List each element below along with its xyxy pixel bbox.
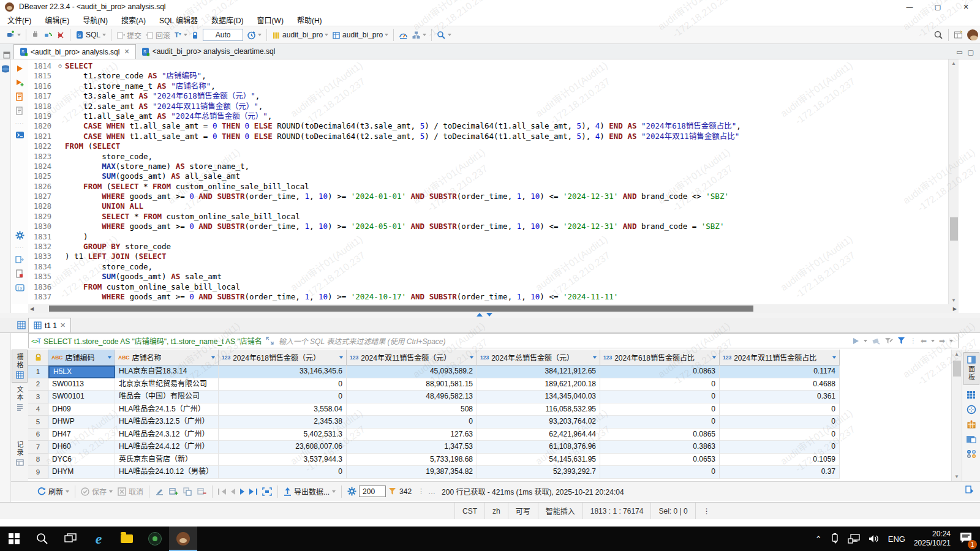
result-grid[interactable]: ABC店铺编码ABC店铺名称1232024年618销售金额（元）1232024年… — [28, 350, 951, 481]
new-connection-button[interactable] — [4, 27, 23, 43]
scroll-left-icon[interactable]: ◀ — [30, 306, 34, 312]
language-indicator[interactable]: ENG — [888, 534, 905, 544]
column-menu-icon[interactable] — [712, 356, 716, 359]
chevron-down-icon[interactable] — [864, 340, 867, 342]
grid-cell[interactable]: 0.1174 — [720, 365, 840, 378]
reconnect-button[interactable] — [42, 27, 55, 43]
grid-cell[interactable]: DHWP — [48, 416, 115, 429]
delete-row-button[interactable] — [195, 487, 209, 496]
copy-results-icon[interactable] — [965, 485, 974, 498]
menu-item[interactable]: 文件(F) — [7, 15, 31, 25]
chevron-down-icon[interactable] — [325, 34, 328, 36]
column-header[interactable]: ABC店铺编码 — [48, 350, 115, 365]
filter-funnel-icon[interactable] — [897, 337, 906, 345]
first-page-button[interactable] — [216, 489, 228, 495]
grid-cell[interactable]: 127.63 — [347, 429, 477, 441]
sql-editor-button[interactable]: S SQL — [74, 27, 108, 43]
panels-tab[interactable]: 面板 — [963, 352, 979, 385]
grid-cell[interactable]: 0.0863 — [600, 365, 720, 378]
grid-cell[interactable]: SW00101 — [48, 391, 115, 403]
grid-cell[interactable]: 54,145,631.95 — [477, 454, 600, 467]
cancel-button[interactable]: 取消 — [115, 486, 146, 497]
grid-cell[interactable]: 3,537,944.3 — [219, 454, 347, 467]
profile-button[interactable] — [965, 27, 980, 43]
explain-plan-button[interactable] — [410, 27, 428, 43]
task-view-button[interactable] — [56, 527, 85, 551]
quick-access-search-button[interactable] — [932, 27, 945, 43]
editor-vertical-scrollbar[interactable]: ▲ ▼ — [948, 59, 959, 304]
sql-editor[interactable]: 1814⊖SELECT1815 t1.store_code AS "店铺编码",… — [28, 59, 948, 304]
open-declaration-button[interactable] — [14, 254, 25, 265]
grid-cell[interactable]: 1,347.53 — [347, 441, 477, 454]
grid-cell[interactable]: 北京京东世纪贸易有限公司 — [115, 378, 219, 391]
grid-cell[interactable]: 0.361 — [720, 391, 840, 403]
row-header[interactable]: 8 — [28, 454, 48, 467]
perspective-button[interactable] — [952, 27, 965, 43]
results-tab-t1[interactable]: t1 1 ✕ — [28, 318, 71, 332]
fetch-all-button[interactable] — [260, 487, 274, 496]
volume-icon[interactable] — [869, 534, 880, 544]
chevron-down-icon[interactable] — [184, 34, 187, 36]
fold-marker-icon[interactable]: ⊖ — [55, 61, 65, 71]
editor-results-splitter[interactable] — [0, 313, 980, 318]
minimize-editor-icon[interactable]: ▭ — [956, 48, 962, 56]
grid-cell[interactable]: HLA唯品会23.12.5（广州） — [115, 416, 219, 429]
grid-cell[interactable]: 88,901,581.15 — [347, 378, 477, 391]
scroll-down-icon[interactable]: ▼ — [954, 474, 959, 479]
grid-cell[interactable]: 508 — [347, 403, 477, 416]
grid-cell[interactable]: 0 — [219, 391, 347, 403]
column-header[interactable]: 1232024年618销售金额（元） — [219, 350, 347, 365]
grid-cell[interactable]: 0 — [347, 416, 477, 429]
grid-cell[interactable]: 0 — [600, 378, 720, 391]
presentation-grid-tab[interactable]: 栅格 — [12, 350, 28, 383]
chevron-down-icon[interactable] — [17, 34, 21, 36]
last-page-button[interactable] — [247, 489, 260, 495]
grid-cell[interactable]: 2,345.38 — [219, 416, 347, 429]
grid-cell[interactable]: SW00113 — [48, 378, 115, 391]
grid-vertical-scrollbar[interactable]: ▲ ▼ — [951, 350, 962, 481]
row-header[interactable]: 6 — [28, 429, 48, 441]
column-header[interactable]: 1232024年618销售金额占比 — [600, 350, 720, 365]
search-tool-button[interactable] — [435, 27, 453, 43]
grid-cell[interactable]: DYC6 — [48, 454, 115, 467]
execute-new-tab-button[interactable] — [14, 77, 25, 88]
close-icon[interactable]: ✕ — [124, 48, 129, 56]
commit-button[interactable]: 提交 — [115, 27, 143, 43]
grid-cell[interactable]: 45,093,589.2 — [347, 365, 477, 378]
pinned-app-button[interactable] — [141, 527, 169, 551]
usb-device-icon[interactable] — [831, 533, 839, 544]
execute-script-nativetab-button[interactable] — [14, 105, 25, 116]
grid-cell[interactable]: 0.4688 — [720, 378, 840, 391]
grid-cell[interactable]: 93,203,764.02 — [477, 416, 600, 429]
scrollbar-thumb[interactable] — [950, 217, 958, 241]
row-header[interactable]: 7 — [28, 441, 48, 454]
splitter-up-icon[interactable] — [477, 313, 483, 317]
layout-panel-icon[interactable] — [966, 435, 976, 444]
fetch-size-input[interactable]: 200 — [359, 485, 386, 497]
column-menu-icon[interactable] — [832, 356, 836, 359]
menu-item[interactable]: 搜索(A) — [121, 15, 146, 25]
sql-terminal-button[interactable] — [14, 130, 25, 141]
presentation-text-tab[interactable]: 文本 — [15, 383, 24, 414]
grid-cell[interactable]: 116,058,532.95 — [477, 403, 600, 416]
minimize-button[interactable]: — — [895, 0, 924, 13]
close-icon[interactable]: ✕ — [60, 321, 66, 329]
file-explorer-button[interactable] — [113, 527, 141, 551]
grid-cell[interactable]: 384,121,912.65 — [477, 365, 600, 378]
database-navigator-icon[interactable] — [1, 64, 10, 74]
chevron-down-icon[interactable] — [66, 490, 69, 493]
grid-cell[interactable]: 唯品会（中国）有限公司 — [115, 391, 219, 403]
tab-analysis-sql[interactable]: S <audit_bi_pro> analysis.sql ✕ — [13, 44, 136, 59]
grid-corner-cell[interactable] — [28, 350, 48, 365]
taskbar-search-button[interactable] — [28, 527, 56, 551]
editor-settings-gear-button[interactable] — [14, 230, 25, 241]
grid-cell[interactable]: 0.3863 — [600, 441, 720, 454]
execute-statement-button[interactable] — [14, 63, 25, 74]
grid-cell[interactable]: 0 — [600, 416, 720, 429]
menu-item[interactable]: 窗口(W) — [257, 15, 284, 25]
grid-cell[interactable]: 5,733,198.68 — [347, 454, 477, 467]
grid-cell[interactable]: HLA唯品会24.10.12（男装） — [115, 466, 219, 479]
chevron-down-icon[interactable] — [332, 490, 336, 493]
column-menu-icon[interactable] — [339, 356, 343, 359]
scroll-right-icon[interactable]: ▶ — [953, 306, 957, 312]
